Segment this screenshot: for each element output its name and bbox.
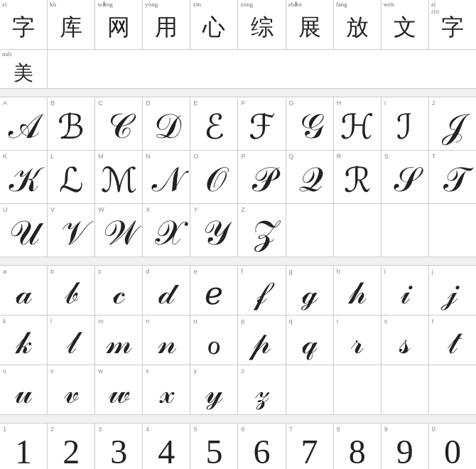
- label-F: F: [241, 99, 245, 107]
- label-lv: v: [50, 367, 54, 374]
- char-li: 𝒾: [401, 275, 409, 311]
- char-n2: 2: [63, 432, 80, 470]
- cell-O: O𝒪: [190, 151, 238, 203]
- label-n6: 6: [241, 426, 244, 433]
- label-ku: kù: [50, 1, 56, 9]
- char-S: 𝒮: [393, 160, 417, 200]
- label-A: A: [3, 99, 7, 107]
- char-mei: 美: [13, 60, 33, 87]
- cell-lm: m𝓂: [95, 316, 143, 365]
- cell-lv: v𝓋: [48, 365, 95, 414]
- cell-lempty-2: [334, 365, 382, 414]
- char-xin: 心: [202, 12, 225, 43]
- char-Y: 𝒴: [202, 213, 226, 254]
- char-lo: ℴ: [207, 325, 221, 362]
- char-ll: 𝓁: [67, 325, 76, 361]
- label-ld: d: [146, 268, 149, 275]
- cell-lp: p𝓅: [238, 316, 286, 365]
- label-ly: y: [193, 367, 197, 374]
- char-G: 𝒢: [298, 107, 322, 147]
- label-R: R: [337, 153, 342, 160]
- cell-Z: Z𝒵: [238, 204, 286, 257]
- label-Q: Q: [289, 153, 294, 160]
- cell-E: Eℰ: [190, 97, 238, 150]
- char-le: ℯ: [205, 275, 223, 312]
- label-zhan: zhǎn: [288, 1, 302, 9]
- cell-yong: yòng 用: [143, 0, 190, 49]
- label-ls: s: [384, 318, 388, 325]
- char-lk: 𝓀: [16, 325, 31, 361]
- label-N: N: [146, 153, 151, 160]
- char-n1: 1: [15, 432, 32, 470]
- char-n0: 0: [444, 432, 461, 470]
- label-G: G: [289, 99, 294, 107]
- label-lp: p: [241, 318, 244, 325]
- cell-K: K𝒦: [0, 151, 48, 203]
- label-zi: zì: [2, 1, 7, 9]
- char-lp: 𝓅: [254, 325, 270, 361]
- char-lh: 𝒽: [349, 275, 366, 311]
- char-la: 𝒶: [16, 275, 31, 311]
- label-lb: b: [50, 268, 54, 275]
- char-zi: 字: [12, 12, 35, 43]
- label-wen: wén: [384, 1, 394, 9]
- cell-empty-3: [382, 204, 429, 257]
- cell-L: Lℒ: [48, 151, 95, 203]
- label-C: C: [98, 99, 103, 107]
- char-lw: 𝓌: [109, 374, 129, 411]
- label-mei: měi: [2, 51, 12, 58]
- label-lc: c: [98, 268, 102, 275]
- cell-empty-1: [286, 204, 334, 257]
- cell-le: eℯ: [190, 266, 238, 315]
- label-lq: q: [289, 318, 293, 325]
- cell-lo: oℴ: [190, 316, 238, 365]
- cell-n8: 88: [334, 424, 382, 469]
- char-Q: 𝒬: [298, 160, 321, 200]
- char-lt: 𝓉: [448, 325, 457, 361]
- cell-lq: q𝓆: [286, 316, 334, 365]
- label-lz: z: [241, 367, 244, 374]
- cell-M: Mℳ: [95, 151, 143, 203]
- char-wen: 文: [394, 12, 416, 43]
- label-E: E: [193, 99, 198, 107]
- label-H: H: [337, 99, 342, 107]
- char-lr: 𝓇: [351, 325, 363, 361]
- cell-I: Iℐ: [382, 97, 429, 150]
- upper-row-klmnopqrst: K𝒦 Lℒ Mℳ N𝒩 O𝒪 P𝒫 Q𝒬 Rℛ S𝒮 T𝒯: [0, 151, 476, 204]
- char-zhan: 展: [298, 12, 321, 43]
- cell-lg: gℊ: [286, 266, 334, 315]
- cell-empty-4: [429, 204, 476, 257]
- cell-V: V𝒱: [48, 204, 95, 257]
- label-lg: g: [289, 268, 293, 275]
- char-lf: 𝒻: [257, 275, 266, 311]
- label-U: U: [3, 206, 8, 213]
- char-lc: 𝒸: [113, 275, 124, 311]
- separator-1: [0, 89, 476, 97]
- cell-zi: zì 字: [0, 0, 48, 49]
- cell-lt: t𝓉: [429, 316, 476, 365]
- label-xin: xīn: [193, 1, 201, 9]
- label-Z: Z: [241, 206, 245, 213]
- char-fang: 放: [346, 12, 369, 43]
- char-n8: 8: [349, 432, 366, 470]
- char-P: 𝒫: [250, 160, 274, 200]
- char-J: 𝒥: [443, 107, 461, 147]
- cell-N: N𝒩: [143, 151, 190, 203]
- label-lo: o: [193, 318, 197, 325]
- char-U: 𝒰: [9, 213, 38, 254]
- char-zong: 综: [251, 12, 274, 43]
- upper-row-abcdefghij: A𝒜 Bℬ C𝒞 D𝒟 Eℰ Fℱ G𝒢 Hℋ Iℐ J𝒥: [0, 97, 476, 151]
- cell-lf: f𝒻: [238, 266, 286, 315]
- char-K: 𝒦: [10, 160, 38, 200]
- label-W: W: [98, 206, 104, 213]
- cell-lr: r𝓇: [334, 316, 382, 365]
- label-lh: h: [337, 268, 340, 275]
- label-ll: l: [50, 318, 52, 325]
- cell-lw: w𝓌: [95, 365, 143, 414]
- char-lg: ℊ: [302, 275, 318, 311]
- char-M: ℳ: [101, 160, 137, 200]
- char-n6: 6: [254, 432, 271, 470]
- char-Z: 𝒵: [250, 213, 274, 254]
- char-O: 𝒪: [204, 160, 224, 200]
- char-n5: 5: [205, 432, 222, 470]
